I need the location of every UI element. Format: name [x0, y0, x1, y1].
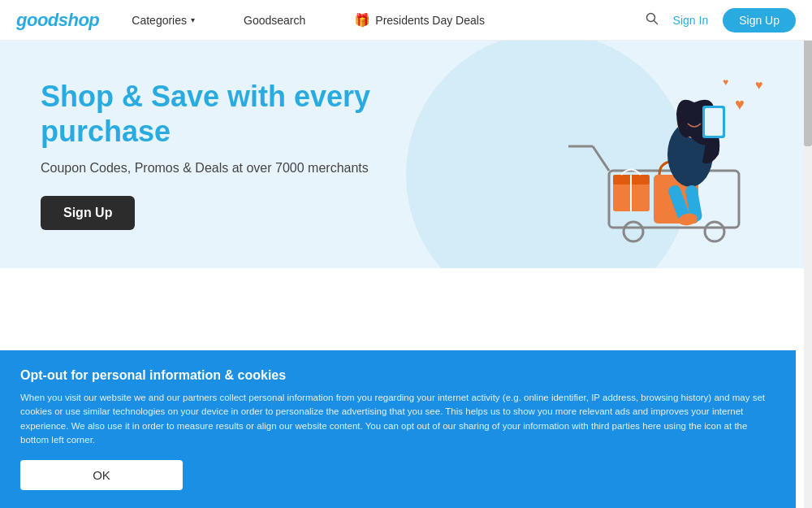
- cookie-body: When you visit our website we and our pa…: [20, 391, 775, 447]
- svg-text:♥: ♥: [755, 78, 763, 92]
- svg-rect-14: [705, 108, 723, 136]
- hero-title: Shop & Save with every purchase: [41, 79, 390, 149]
- svg-point-5: [624, 222, 643, 241]
- logo[interactable]: goodshop: [16, 10, 99, 31]
- categories-nav[interactable]: Categories ▾: [132, 14, 195, 27]
- search-icon[interactable]: [646, 12, 659, 28]
- cookie-title: Opt-out for personal information & cooki…: [20, 368, 775, 383]
- cookie-banner: Opt-out for personal information & cooki…: [0, 350, 796, 508]
- goodsearch-nav[interactable]: Goodsearch: [244, 14, 305, 27]
- svg-text:♥: ♥: [723, 76, 728, 88]
- hero-illustration: ♥ ♥ ♥: [528, 49, 788, 260]
- navbar: goodshop Categories ▾ Goodsearch 🎁 Presi…: [0, 0, 812, 41]
- sign-up-button[interactable]: Sign Up: [723, 8, 796, 33]
- hero-section: Shop & Save with every purchase Coupon C…: [0, 41, 812, 268]
- presidents-day-nav[interactable]: 🎁 Presidents Day Deals: [354, 12, 485, 28]
- hero-signup-button[interactable]: Sign Up: [41, 196, 135, 230]
- hero-subtitle: Coupon Codes, Promos & Deals at over 700…: [41, 161, 390, 176]
- hero-content: Shop & Save with every purchase Coupon C…: [41, 79, 390, 230]
- scrollbar[interactable]: [804, 0, 812, 508]
- sign-in-link[interactable]: Sign In: [673, 14, 709, 27]
- presidents-day-label: Presidents Day Deals: [375, 14, 485, 27]
- svg-point-6: [705, 222, 724, 241]
- svg-line-3: [593, 146, 609, 171]
- svg-text:♥: ♥: [735, 95, 745, 113]
- categories-label: Categories: [132, 14, 187, 27]
- cookie-ok-button[interactable]: OK: [20, 460, 183, 490]
- svg-line-1: [654, 20, 657, 24]
- chevron-down-icon: ▾: [191, 15, 195, 24]
- nav-right: Sign In Sign Up: [646, 8, 796, 33]
- gift-icon: 🎁: [354, 12, 370, 28]
